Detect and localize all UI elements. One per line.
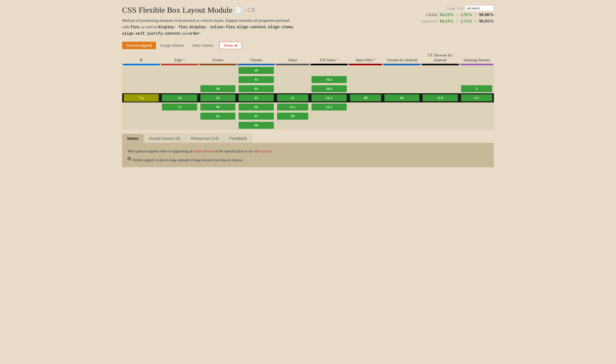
document-icon: 📄: [235, 6, 242, 13]
version-cell: 60: [200, 104, 235, 110]
table-cell: 10.3: [310, 84, 348, 93]
table-cell: [122, 66, 160, 75]
version-cell: 11: [277, 94, 308, 101]
table-cell: [348, 75, 383, 84]
unprefixed-total: 96.95%: [479, 19, 494, 24]
browser-header-firefox: Firefox: [199, 52, 237, 66]
table-cell: [160, 121, 199, 130]
table-cell: [421, 112, 459, 121]
footnote-text: Partial support is due to large amount o…: [133, 158, 242, 162]
table-cell: [383, 66, 421, 75]
unprefixed-plus: +: [456, 19, 458, 24]
users-select[interactable]: all users tracked users: [465, 5, 494, 11]
version-cell: 68: [239, 122, 274, 129]
table-cell: [421, 121, 459, 130]
table-row: 17606611.111.3: [122, 102, 494, 112]
unprefixed-green1: 94.23%: [440, 19, 454, 24]
unprefixed-usage-row: unprefixed: 94.23% + 2.72% = 96.95%: [402, 19, 494, 24]
table-cell: [199, 66, 237, 75]
table-cell: [383, 112, 421, 121]
browser-header-row: IE Edge * Firefox Chrome: [122, 52, 494, 66]
page-wrapper: CSS Flexible Box Layout Module 📄 - CR Me…: [116, 0, 500, 173]
version-cell: 4: [461, 85, 492, 92]
table-cell: [459, 102, 494, 112]
description: Method of positioning elements in horizo…: [122, 17, 294, 37]
table-cell: [160, 112, 199, 121]
table-cell: 67: [237, 112, 275, 121]
usage-label-row: Usage % of all users tracked users: [402, 5, 494, 11]
tab-resources[interactable]: Resources (13): [186, 134, 224, 143]
version-cell: 11.8: [423, 94, 458, 101]
table-cell: all: [348, 93, 383, 102]
global-green2: 3.55%: [461, 12, 472, 17]
older-version-link[interactable]: older version: [194, 149, 214, 153]
table-cell: 11.3: [310, 102, 348, 112]
browser-header-uc-browser: UC Browser for Android: [421, 52, 459, 66]
table-cell: [459, 66, 494, 75]
tab-date-relative[interactable]: Date relative: [188, 42, 217, 49]
table-row: 49: [122, 66, 494, 75]
version-cell: 17: [162, 104, 197, 110]
table-cell: [160, 66, 199, 75]
table-cell: 59: [199, 93, 237, 102]
table-cell: [310, 112, 348, 121]
version-cell: TP: [277, 113, 308, 120]
footnote-superscript: 4: [128, 157, 131, 160]
table-cell: [348, 84, 383, 93]
version-cell: 11.2: [311, 94, 346, 101]
browser-header-chrome-android: Chrome for Android: [383, 52, 421, 66]
table-cell: [421, 75, 459, 84]
title-area: CSS Flexible Box Layout Module 📄 - CR Me…: [122, 5, 294, 37]
version-cell: 11.3: [311, 104, 346, 110]
older-syntax-link[interactable]: older syntax: [253, 149, 272, 153]
table-row: 4111659651111.2all6411.86.2: [122, 93, 494, 102]
table-cell: [160, 84, 199, 93]
table-cell: [122, 75, 160, 84]
table-row: 6167TP: [122, 112, 494, 121]
show-all-button[interactable]: Show all: [220, 42, 242, 49]
global-total: 98.08%: [479, 12, 494, 17]
version-cell: all: [350, 94, 381, 101]
tab-known-issues[interactable]: Known issues (9): [144, 134, 185, 143]
table-cell: 11.8: [421, 93, 459, 102]
table-cell: 49: [237, 66, 275, 75]
global-usage-row: Global 94.53% + 3.55% = 98.08%: [402, 12, 494, 17]
version-cell: 59: [200, 94, 235, 101]
browser-table-wrapper: IE Edge * Firefox Chrome: [122, 52, 494, 130]
table-cell: [421, 66, 459, 75]
version-cell: 16: [162, 94, 197, 101]
table-cell: [383, 84, 421, 93]
table-cell: 64: [237, 84, 275, 93]
table-cell: [348, 121, 383, 130]
table-cell: [199, 121, 237, 130]
table-row: 6310.2: [122, 75, 494, 84]
table-cell: [421, 102, 459, 112]
tab-current-aligned[interactable]: Current aligned: [122, 42, 156, 49]
table-cell: [459, 75, 494, 84]
table-cell: [122, 102, 160, 112]
unprefixed-label: unprefixed:: [422, 19, 438, 23]
version-cell: 67: [239, 113, 274, 120]
tab-notes[interactable]: Notes: [122, 134, 144, 143]
table-cell: [310, 121, 348, 130]
version-cell: 10.2: [311, 76, 346, 83]
browser-header-chrome: Chrome: [237, 52, 275, 66]
table-cell: 4: [459, 84, 494, 93]
table-cell: 58: [199, 84, 237, 93]
unprefixed-green2: 2.72%: [461, 19, 472, 24]
browser-header-opera-mini: Opera Mini *: [348, 52, 383, 66]
table-cell: [383, 102, 421, 112]
table-cell: 61: [199, 112, 237, 121]
tab-feedback[interactable]: Feedback: [224, 134, 252, 143]
version-cell: 63: [239, 76, 274, 83]
table-row: 68: [122, 121, 494, 130]
view-tabs: Current aligned Usage relative Date rela…: [122, 42, 494, 49]
table-cell: 11: [275, 93, 310, 102]
table-cell: 68: [237, 121, 275, 130]
table-cell: [383, 121, 421, 130]
version-cell: 6.2: [461, 94, 492, 101]
browser-header-edge: Edge *: [160, 52, 199, 66]
tab-usage-relative[interactable]: Usage relative: [156, 42, 188, 49]
usage-stats: Usage % of all users tracked users Globa…: [402, 5, 494, 25]
table-cell: [122, 121, 160, 130]
